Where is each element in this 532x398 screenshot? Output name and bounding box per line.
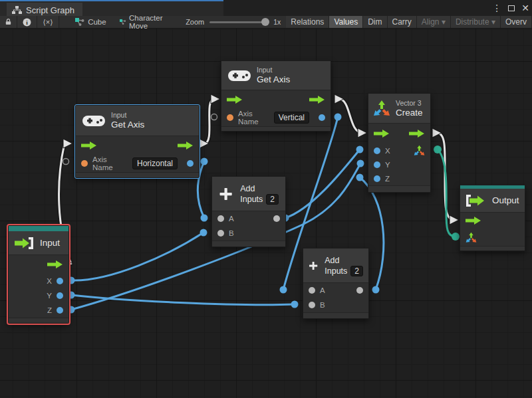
- info-button[interactable]: i: [17, 16, 37, 28]
- output-port-z[interactable]: [57, 307, 63, 314]
- port-label: B: [320, 301, 325, 309]
- zoom-control: Zoom 1x: [180, 16, 286, 28]
- wire-endpoint[interactable]: [372, 286, 380, 294]
- node-get-axis-vertical[interactable]: Input Get Axis Axis Name Vertical: [221, 60, 331, 132]
- distribute-dropdown[interactable]: Distribute ▾: [451, 16, 501, 28]
- input-port-x[interactable]: [374, 148, 380, 154]
- tab-script-graph[interactable]: Script Graph: [7, 3, 82, 17]
- flow-arrowhead: [358, 128, 367, 138]
- flow-out-port[interactable]: [409, 130, 425, 138]
- zoom-slider-handle[interactable]: [261, 18, 269, 26]
- unconnected-port[interactable]: [211, 114, 217, 120]
- carry-button[interactable]: Carry: [388, 16, 417, 28]
- flow-in-port[interactable]: [374, 130, 390, 138]
- title-bar: Script Graph ⋮ ✕: [0, 0, 532, 16]
- port-label: A: [320, 286, 325, 294]
- axis-name-field[interactable]: Vertical: [274, 112, 309, 124]
- lock-button[interactable]: [0, 16, 17, 28]
- inputs-count-field[interactable]: 2: [266, 194, 279, 205]
- output-port-y[interactable]: [57, 292, 63, 299]
- node-title: Get Axis: [257, 74, 290, 85]
- chevron-down-icon: ▾: [491, 17, 495, 27]
- graph-node-icon: [120, 18, 126, 26]
- node-add-1[interactable]: Add Inputs 2 A B: [211, 176, 286, 247]
- node-title: Create: [396, 108, 423, 118]
- node-input[interactable]: Input X Y Z: [8, 225, 69, 324]
- align-dropdown[interactable]: Align ▾: [417, 16, 451, 28]
- input-port-z[interactable]: [374, 175, 380, 182]
- vector3-in-port[interactable]: [466, 232, 477, 243]
- window-menu-icon[interactable]: ⋮: [492, 3, 501, 13]
- node-add-2[interactable]: Add Inputs 2 A B: [303, 248, 369, 319]
- output-icon: [466, 194, 485, 207]
- breadcrumb-label: Cube: [88, 18, 106, 26]
- inputs-count-field[interactable]: 2: [350, 266, 363, 276]
- input-port-a[interactable]: [309, 287, 315, 294]
- wire-flow-vertical-to-create: [339, 99, 362, 133]
- flow-in-port[interactable]: [227, 96, 243, 104]
- unconnected-port[interactable]: [63, 159, 69, 165]
- wire-endpoint[interactable]: [434, 146, 442, 153]
- maximize-icon[interactable]: [508, 5, 515, 11]
- relations-button[interactable]: Relations: [286, 16, 329, 28]
- flow-in-port[interactable]: [81, 142, 97, 149]
- node-category: Input: [257, 66, 290, 74]
- node-title: Add: [240, 183, 279, 194]
- flow-out-port[interactable]: [178, 142, 194, 149]
- string-port[interactable]: [81, 160, 88, 167]
- wire-endpoint[interactable]: [280, 286, 287, 294]
- port-label: A: [229, 215, 234, 223]
- node-accent-bar: [9, 226, 68, 231]
- wire-endpoint[interactable]: [200, 229, 207, 237]
- plus-icon: [219, 185, 233, 203]
- dim-button[interactable]: Dim: [363, 16, 387, 28]
- vector3-icon: [373, 100, 390, 117]
- wire-endpoint[interactable]: [291, 301, 299, 308]
- string-port[interactable]: [227, 114, 233, 121]
- output-port-x[interactable]: [57, 278, 63, 284]
- breadcrumb-cube[interactable]: Cube: [68, 16, 113, 28]
- output-port[interactable]: [273, 215, 280, 222]
- value-out-port[interactable]: [187, 160, 194, 167]
- graph-canvas[interactable]: Input Get Axis Axis Name Vertical: [0, 29, 532, 398]
- flow-in-port[interactable]: [466, 217, 481, 225]
- wire-endpoint[interactable]: [356, 174, 364, 181]
- port-label: Y: [47, 292, 52, 300]
- wire-endpoint[interactable]: [357, 160, 364, 167]
- wire-endpoint[interactable]: [334, 114, 342, 121]
- zoom-slider[interactable]: [209, 21, 268, 23]
- port-label: Z: [47, 306, 52, 314]
- node-output[interactable]: Output: [460, 185, 525, 251]
- wire-endpoint[interactable]: [356, 146, 364, 153]
- node-title: Output: [492, 195, 519, 206]
- input-port-y[interactable]: [374, 161, 380, 168]
- inputs-label: Inputs: [325, 266, 347, 276]
- axis-name-field[interactable]: Horizontal: [132, 157, 178, 169]
- overview-button[interactable]: Overv: [501, 16, 532, 28]
- node-category: Vector 3: [396, 99, 423, 108]
- node-category: Input: [111, 111, 144, 120]
- breadcrumb-character-move[interactable]: Character Move: [113, 16, 173, 28]
- input-port-a[interactable]: [217, 215, 224, 222]
- value-out-port[interactable]: [319, 114, 325, 121]
- port-label: Z: [385, 175, 390, 183]
- wire-flow-horizontal-to-vertical: [204, 99, 214, 144]
- wire-endpoint[interactable]: [201, 158, 208, 165]
- gamepad-icon: [228, 69, 251, 82]
- code-view-button[interactable]: ⟨×⟩: [37, 16, 59, 28]
- node-vector3-create[interactable]: Vector 3 Create X Y Z: [368, 93, 431, 193]
- flow-out-port[interactable]: [309, 96, 325, 104]
- values-button[interactable]: Values: [329, 16, 363, 28]
- zoom-value: 1x: [273, 18, 281, 26]
- output-port[interactable]: [356, 287, 363, 294]
- port-label: B: [229, 229, 234, 237]
- wire-endpoint[interactable]: [452, 233, 460, 241]
- input-port-b[interactable]: [309, 302, 315, 308]
- close-icon[interactable]: ✕: [521, 3, 529, 13]
- plus-icon: [309, 256, 318, 275]
- node-get-axis-horizontal[interactable]: Input Get Axis Axis Name Horizontal: [75, 105, 200, 178]
- vector3-out-port[interactable]: [414, 145, 425, 156]
- wire-endpoint[interactable]: [201, 215, 208, 222]
- input-port-b[interactable]: [217, 230, 224, 237]
- flow-out-port[interactable]: [47, 260, 63, 268]
